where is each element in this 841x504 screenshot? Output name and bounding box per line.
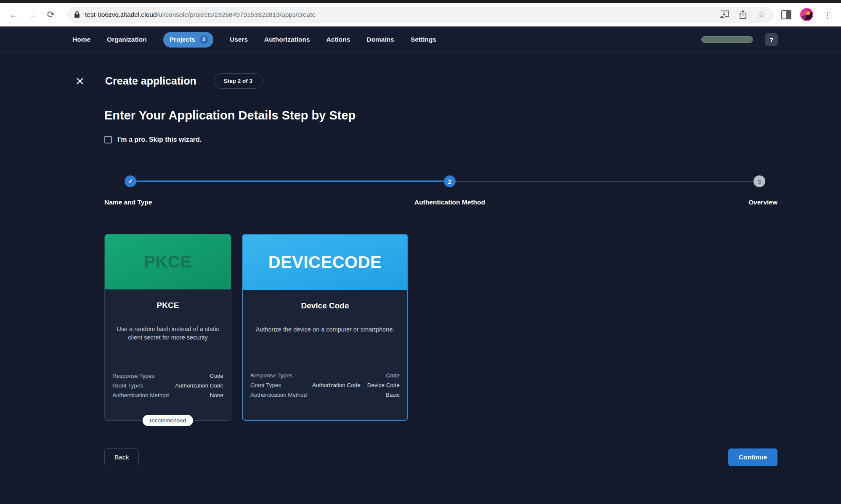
- step-2-circle[interactable]: 2: [444, 175, 456, 187]
- card-devicecode-details: Response Types Code Grant Types Authoriz…: [243, 371, 407, 400]
- detail-value: Code: [386, 371, 400, 380]
- detail-value: Device Code: [367, 380, 400, 390]
- detail-value: Code: [210, 371, 223, 381]
- browser-tab-strip: [0, 0, 841, 3]
- nav-item-users[interactable]: Users: [230, 32, 248, 47]
- detail-label: Grant Types: [112, 381, 143, 390]
- reload-icon[interactable]: ⟳: [44, 8, 58, 22]
- card-pkce-details: Response Types Code Grant Types Authoriz…: [105, 371, 231, 400]
- profile-avatar[interactable]: [800, 8, 813, 21]
- close-icon[interactable]: ×: [75, 76, 85, 85]
- step-1-circle-check-icon[interactable]: ✓: [125, 175, 136, 187]
- detail-value: None: [210, 390, 223, 400]
- console-nav: Home Organization Projects 2 Users Autho…: [0, 27, 841, 53]
- forward-icon[interactable]: →: [25, 8, 40, 22]
- skip-wizard-checkbox[interactable]: [104, 136, 112, 143]
- nav-item-organization[interactable]: Organization: [107, 32, 147, 47]
- step-2-label: Authentication Method: [414, 199, 485, 206]
- card-devicecode-title: Device Code: [243, 301, 407, 310]
- step-indicator-badge: Step 2 of 3: [214, 73, 263, 89]
- url-host: test-0o6zvq.zitadel.cloud: [85, 11, 157, 18]
- address-bar[interactable]: test-0o6zvq.zitadel.cloud/ui/console/pro…: [67, 7, 774, 23]
- browser-menu-icon[interactable]: ⋮: [822, 10, 833, 20]
- projects-count-badge: 2: [199, 35, 208, 44]
- detail-row: Grant Types Authorization Code: [112, 381, 223, 390]
- skip-wizard-row[interactable]: I'm a pro. Skip this wizard.: [104, 136, 777, 143]
- wizard-heading: Enter Your Application Details Step by S…: [104, 109, 777, 122]
- help-button[interactable]: ?: [765, 33, 778, 46]
- install-icon[interactable]: [719, 9, 730, 21]
- nav-item-authorizations[interactable]: Authorizations: [264, 32, 310, 47]
- card-devicecode-banner: DEVICECODE: [243, 235, 407, 290]
- lock-icon: [74, 11, 80, 18]
- detail-label: Response Types: [112, 371, 154, 381]
- screen: ← → ⟳ test-0o6zvq.zitadel.cloud/ui/conso…: [0, 0, 841, 504]
- page-title: Create application: [105, 75, 196, 87]
- bookmark-star-icon[interactable]: ☆: [756, 9, 767, 21]
- stepper: ✓ 2 3: [104, 175, 777, 187]
- nav-item-settings[interactable]: Settings: [411, 32, 436, 47]
- detail-value: Basic: [386, 390, 400, 400]
- back-icon[interactable]: ←: [7, 8, 21, 22]
- detail-row: Authentication Method None: [112, 390, 223, 400]
- detail-label: Authentication Method: [112, 390, 169, 400]
- org-skeleton-loader: [701, 36, 753, 43]
- detail-row: Response Types Code: [250, 371, 400, 380]
- card-pkce-description: Use a random hash instead of a static cl…: [105, 325, 231, 342]
- nav-item-domains[interactable]: Domains: [366, 32, 394, 47]
- auth-method-cards: PKCE PKCE Use a random hash instead of a…: [104, 234, 777, 421]
- side-panel-icon[interactable]: [781, 10, 792, 20]
- browser-toolbar: ← → ⟳ test-0o6zvq.zitadel.cloud/ui/conso…: [0, 3, 841, 27]
- stepper-line-upcoming: [456, 181, 753, 182]
- recommended-badge: recommended: [143, 415, 193, 426]
- card-devicecode-description: Authorize the device on a computer or sm…: [243, 326, 407, 334]
- card-pkce-banner: PKCE: [105, 234, 231, 289]
- step-3-circle[interactable]: 3: [753, 175, 765, 187]
- stepper-labels: Name and Type Authentication Method Over…: [104, 199, 777, 207]
- url-text: test-0o6zvq.zitadel.cloud/ui/console/pro…: [85, 11, 712, 19]
- wizard-actions: Back Continue: [104, 448, 777, 466]
- url-path: /ui/console/projects/232684979153322813/…: [157, 11, 316, 18]
- detail-value: Authorization Code: [175, 381, 223, 390]
- card-devicecode[interactable]: DEVICECODE Device Code Authorize the dev…: [242, 234, 408, 421]
- detail-label: Authentication Method: [250, 390, 307, 400]
- nav-item-home[interactable]: Home: [72, 32, 90, 47]
- wizard-header: × Create application Step 2 of 3: [75, 72, 841, 90]
- stepper-line-done: [136, 180, 444, 182]
- detail-row: Authentication Method Basic: [250, 390, 400, 400]
- browser-actions: ⋮: [781, 8, 833, 21]
- continue-button[interactable]: Continue: [728, 448, 777, 466]
- nav-item-actions[interactable]: Actions: [326, 32, 350, 47]
- detail-row: Grant Types Authorization CodeDevice Cod…: [250, 380, 400, 390]
- detail-label: Grant Types: [250, 380, 281, 390]
- detail-value: Authorization Code: [312, 380, 361, 390]
- step-1-label: Name and Type: [104, 199, 152, 206]
- detail-label: Response Types: [250, 371, 292, 380]
- nav-item-projects[interactable]: Projects 2: [163, 32, 213, 48]
- step-3-label: Overview: [748, 199, 777, 206]
- share-icon[interactable]: [737, 9, 749, 21]
- wizard-main: Enter Your Application Details Step by S…: [104, 90, 777, 466]
- card-pkce-title: PKCE: [105, 301, 231, 310]
- nav-item-projects-label: Projects: [170, 36, 195, 43]
- card-pkce[interactable]: PKCE PKCE Use a random hash instead of a…: [104, 234, 231, 421]
- back-button[interactable]: Back: [104, 448, 139, 466]
- detail-row: Response Types Code: [112, 371, 223, 381]
- skip-wizard-label: I'm a pro. Skip this wizard.: [117, 136, 202, 143]
